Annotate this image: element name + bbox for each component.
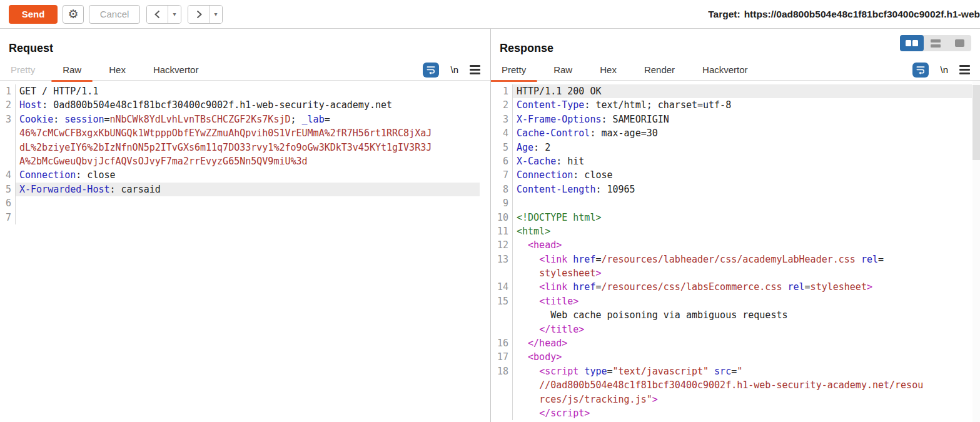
code-text: Content-Length: 10965 [513, 183, 972, 196]
forward-button[interactable] [188, 6, 210, 23]
layout-rows-button[interactable] [924, 35, 947, 51]
code-line[interactable]: 16 </head> [491, 336, 980, 350]
code-text: <script type="text/javascript" src=" [513, 364, 972, 378]
code-line[interactable]: rces/js/tracking.js"> [491, 393, 980, 406]
code-text: X-Frame-Options: SAMEORIGIN [513, 113, 972, 126]
code-line[interactable]: stylesheet> [491, 266, 980, 280]
code-line[interactable]: 5X-Forwarded-Host: carsaid [0, 183, 490, 196]
line-number: 2 [0, 98, 16, 112]
line-number [491, 378, 513, 392]
code-line[interactable]: </script> [491, 406, 980, 420]
response-editor[interactable]: 1HTTP/1.1 200 OK2Content-Type: text/html… [491, 81, 980, 420]
show-newlines-toggle[interactable]: \n [940, 64, 948, 75]
request-editor[interactable]: 1GET / HTTP/1.12Host: 0ad800b504e48c1f81… [0, 81, 490, 224]
code-text: </script> [513, 406, 972, 420]
line-number [491, 406, 513, 420]
code-line[interactable]: A%2bMcGweuQbvjJcfAQVsOJvyF7ma2rrEvyzG65N… [0, 154, 490, 168]
tab-raw[interactable]: Raw [61, 60, 83, 79]
code-text: </head> [513, 336, 972, 350]
line-number: 3 [0, 113, 16, 126]
code-line[interactable]: </title> [491, 323, 980, 336]
line-number [0, 141, 16, 154]
code-line[interactable]: 12 <head> [491, 238, 980, 252]
code-line[interactable]: 2Content-Type: text/html; charset=utf-8 [491, 98, 980, 112]
forward-history-dropdown[interactable]: ▾ [210, 6, 222, 23]
line-number [491, 323, 513, 336]
code-line[interactable]: 7 [0, 211, 490, 224]
code-line[interactable]: 15 <title> [491, 294, 980, 308]
line-number: 18 [491, 364, 513, 378]
code-text: Content-Type: text/html; charset=utf-8 [513, 98, 972, 112]
editor-menu-button[interactable] [470, 65, 480, 74]
code-line[interactable]: 4Cache-Control: max-age=30 [491, 126, 980, 140]
code-line[interactable]: 6 [0, 196, 490, 210]
line-number: 4 [491, 126, 513, 140]
request-panel: Request PrettyRawHexHackvertor \n 1GET /… [0, 29, 491, 422]
layout-columns-button[interactable] [900, 35, 924, 51]
code-text: HTTP/1.1 200 OK [513, 84, 972, 98]
forward-button-group: ▾ [188, 5, 223, 24]
columns-icon [906, 40, 911, 46]
code-line[interactable]: 7Connection: close [491, 168, 980, 182]
settings-button[interactable]: ⚙ [63, 5, 84, 24]
response-scrollbar[interactable] [972, 81, 980, 422]
code-text: <html> [513, 224, 972, 238]
code-text: Cache-Control: max-age=30 [513, 126, 972, 140]
send-button[interactable]: Send [9, 5, 58, 24]
wrap-lines-button[interactable] [423, 63, 439, 78]
code-line[interactable]: 4Connection: close [0, 168, 490, 182]
back-history-dropdown[interactable]: ▾ [168, 6, 181, 23]
editor-menu-button[interactable] [959, 65, 970, 74]
response-editor-tools: \n [912, 63, 970, 78]
tab-hackvertor[interactable]: Hackvertor [151, 60, 201, 79]
tab-raw[interactable]: Raw [552, 60, 574, 79]
code-line[interactable]: 8Content-Length: 10965 [491, 183, 980, 196]
code-line[interactable]: 5Age: 2 [491, 141, 980, 154]
show-newlines-toggle[interactable]: \n [450, 64, 458, 75]
tab-pretty[interactable]: Pretty [9, 60, 37, 79]
code-line[interactable]: 6X-Cache: hit [491, 154, 980, 168]
code-line[interactable]: 1GET / HTTP/1.1 [0, 84, 490, 98]
code-line[interactable]: 46%7cMCwCFBxgxKbUNGQk1WtpppObfEYwZZmuAhQ… [0, 126, 490, 140]
line-number: 5 [491, 141, 513, 154]
code-line[interactable]: //0ad800b504e48c1f81bcf30400c9002f.h1-we… [491, 378, 980, 392]
code-line[interactable]: 9 [491, 196, 980, 210]
code-line[interactable]: Web cache poisoning via ambiguous reques… [491, 308, 980, 322]
cancel-button[interactable]: Cancel [89, 5, 140, 24]
tab-pretty[interactable]: Pretty [500, 60, 528, 79]
code-text: X-Cache: hit [513, 154, 972, 168]
request-panel-title: Request [9, 41, 482, 55]
code-line[interactable]: 14 <link href=/resources/css/labsEcommer… [491, 280, 980, 294]
back-button[interactable] [147, 6, 168, 23]
line-number: 11 [491, 224, 513, 238]
code-text: <body> [513, 350, 972, 364]
line-number: 7 [491, 168, 513, 182]
line-number: 6 [491, 154, 513, 168]
wrap-lines-button[interactable] [912, 63, 929, 78]
tab-hex[interactable]: Hex [598, 60, 619, 79]
code-line[interactable]: 3Cookie: session=nNbCWk8YdLvhLvnTBsCHCZG… [0, 113, 490, 126]
line-number [0, 126, 16, 140]
code-line[interactable]: 1HTTP/1.1 200 OK [491, 84, 980, 98]
scrollbar-thumb[interactable] [972, 85, 980, 160]
code-line[interactable]: 3X-Frame-Options: SAMEORIGIN [491, 113, 980, 126]
code-line[interactable]: 18 <script type="text/javascript" src=" [491, 364, 980, 378]
code-line[interactable]: 17 <body> [491, 350, 980, 364]
code-text: GET / HTTP/1.1 [16, 84, 480, 98]
layout-single-button[interactable] [947, 35, 971, 51]
tab-render[interactable]: Render [642, 60, 677, 79]
wrap-lines-icon [427, 65, 435, 74]
tab-hackvertor[interactable]: Hackvertor [700, 60, 750, 79]
tab-hex[interactable]: Hex [107, 60, 128, 79]
code-line[interactable]: 2Host: 0ad800b504e48c1f81bcf30400c9002f.… [0, 98, 490, 112]
message-panes: Request PrettyRawHexHackvertor \n 1GET /… [0, 29, 980, 422]
request-tab-bar: PrettyRawHexHackvertor \n [0, 59, 490, 81]
code-line[interactable]: 11<html> [491, 224, 980, 238]
hamburger-icon [959, 65, 970, 67]
code-line[interactable]: 10<!DOCTYPE html> [491, 211, 980, 224]
code-text [16, 211, 480, 224]
code-text: rces/js/tracking.js"> [513, 393, 972, 406]
target-url: https://0ad800b504e48c1f81bcf30400c9002f… [744, 9, 980, 19]
code-line[interactable]: dL%2bziyeIY6%2bIzNfnON5p2ITvGXs6m11q7DO3… [0, 141, 490, 154]
code-line[interactable]: 13 <link href=/resources/labheader/css/a… [491, 253, 980, 266]
